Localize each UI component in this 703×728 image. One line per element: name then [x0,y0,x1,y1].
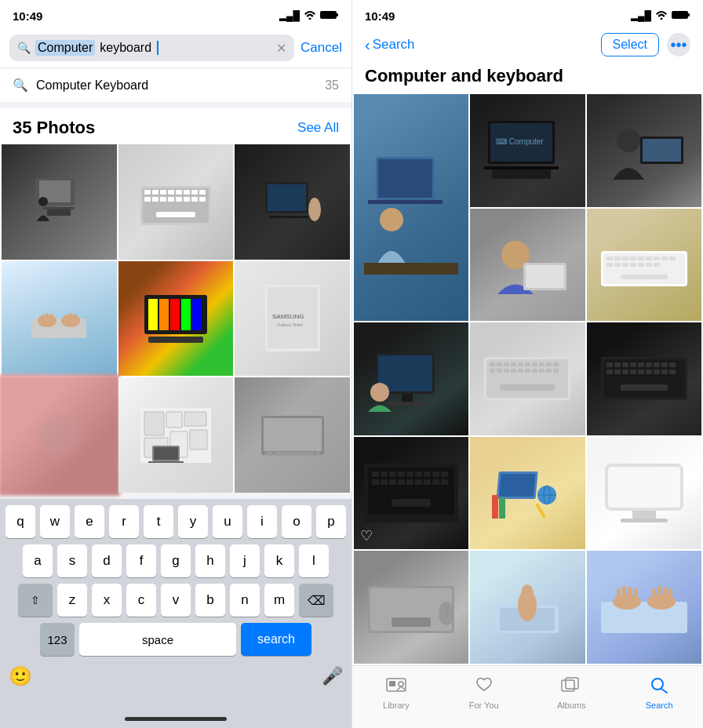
photo-cell-7[interactable] [0,375,119,496]
photo-cell-9[interactable] [235,377,350,493]
key-p[interactable]: p [316,505,346,538]
search-key[interactable]: search [241,623,311,656]
select-button[interactable]: Select [601,33,659,56]
svg-rect-41 [159,299,169,330]
svg-rect-126 [532,369,537,373]
more-button[interactable]: ••• [667,33,690,56]
key-i[interactable]: i [247,505,277,538]
main-photo-12[interactable] [354,551,468,664]
svg-rect-141 [669,362,676,367]
svg-rect-35 [50,314,53,322]
photo-cell-1[interactable] [2,144,117,260]
shift-key[interactable]: ⇧ [18,584,53,617]
main-photo-1[interactable] [354,94,468,321]
key-c[interactable]: c [126,584,156,617]
svg-rect-159 [415,471,422,477]
suggestion-row[interactable]: 🔍 Computer Keyboard 35 [0,67,352,102]
delete-key[interactable]: ⌫ [299,584,333,617]
key-b[interactable]: b [195,584,225,617]
svg-rect-21 [176,197,182,202]
key-v[interactable]: v [161,584,191,617]
key-h[interactable]: h [195,544,225,577]
main-photo-4[interactable] [470,209,585,322]
key-w[interactable]: w [40,505,70,538]
tab-for-you[interactable]: For You [440,676,528,710]
status-bar-right: 10:49 ▂▄█ [352,0,703,28]
key-a[interactable]: a [23,544,53,577]
main-photo-8[interactable] [587,322,701,435]
key-l[interactable]: l [299,544,329,577]
space-key[interactable]: space [79,623,236,656]
key-z[interactable]: z [57,584,87,617]
for-you-tab-icon [474,676,494,698]
main-photo-13[interactable] [470,551,585,664]
photo-cell-4[interactable] [2,261,117,377]
photo-cell-3[interactable] [235,144,350,260]
key-g[interactable]: g [161,544,191,577]
key-n[interactable]: n [230,584,260,617]
svg-rect-154 [372,471,379,477]
svg-rect-59 [154,447,178,460]
key-m[interactable]: m [264,584,294,617]
albums-tab-label: Albums [557,701,586,710]
svg-rect-52 [144,412,164,435]
search-input-wrap[interactable]: 🔍 Computer keyboard ✕ [9,35,294,61]
svg-rect-67 [688,13,690,16]
key-q[interactable]: q [5,505,35,538]
svg-rect-22 [184,197,190,202]
key-s[interactable]: s [57,544,87,577]
svg-rect-206 [389,681,395,686]
main-photo-11[interactable] [587,437,701,550]
key-u[interactable]: u [213,505,242,538]
svg-rect-80 [643,139,681,162]
photo-cell-2[interactable] [118,144,234,260]
left-phone: 10:49 ▂▄█ 🔍 Computer keyboard ✕ Cancel 🔍… [0,0,352,728]
tab-library[interactable]: Library [352,676,440,710]
svg-rect-130 [500,384,555,391]
svg-rect-136 [630,362,636,367]
tab-search[interactable]: Search [615,676,703,710]
svg-rect-12 [168,190,174,195]
photo-cell-6[interactable]: SAMSUNG Galaxy Note [235,261,350,377]
back-button[interactable]: ‹ Search [365,36,415,54]
key-o[interactable]: o [282,505,311,538]
svg-rect-114 [518,362,523,366]
see-all-button[interactable]: See All [297,120,339,136]
main-photo-5[interactable] [587,209,701,322]
mic-button[interactable]: 🎤 [322,666,343,686]
num-key[interactable]: 123 [40,623,75,656]
key-x[interactable]: x [92,584,122,617]
key-t[interactable]: t [144,505,173,538]
main-photo-9[interactable]: ♡ [354,437,468,550]
key-k[interactable]: k [264,544,294,577]
main-photo-3[interactable] [587,94,701,207]
svg-rect-144 [622,369,628,374]
key-f[interactable]: f [126,544,156,577]
svg-point-29 [308,198,321,221]
key-y[interactable]: y [178,505,208,538]
svg-rect-121 [497,369,502,373]
main-photo-14[interactable] [587,551,701,664]
tab-albums[interactable]: Albums [528,676,616,710]
key-j[interactable]: j [230,544,260,577]
suggestion-count: 35 [325,78,339,93]
main-photo-grid: ⌨ Computer [352,94,703,665]
back-label: Search [373,37,415,53]
key-r[interactable]: r [109,505,139,538]
cancel-button[interactable]: Cancel [301,40,342,56]
photo-cell-8[interactable] [118,377,234,493]
main-photo-7[interactable] [470,322,585,435]
emoji-button[interactable]: 🙂 [9,665,32,687]
clear-search-button[interactable]: ✕ [276,41,286,56]
svg-rect-112 [504,362,509,366]
svg-rect-77 [492,169,551,179]
key-d[interactable]: d [92,544,122,577]
photo-cell-5[interactable] [118,261,234,377]
svg-point-6 [38,197,48,206]
main-photo-2[interactable]: ⌨ Computer [470,94,585,207]
svg-rect-194 [601,602,687,633]
svg-rect-62 [264,418,322,451]
main-photo-10[interactable] [470,437,585,550]
main-photo-6[interactable] [354,322,468,435]
key-e[interactable]: e [75,505,104,538]
